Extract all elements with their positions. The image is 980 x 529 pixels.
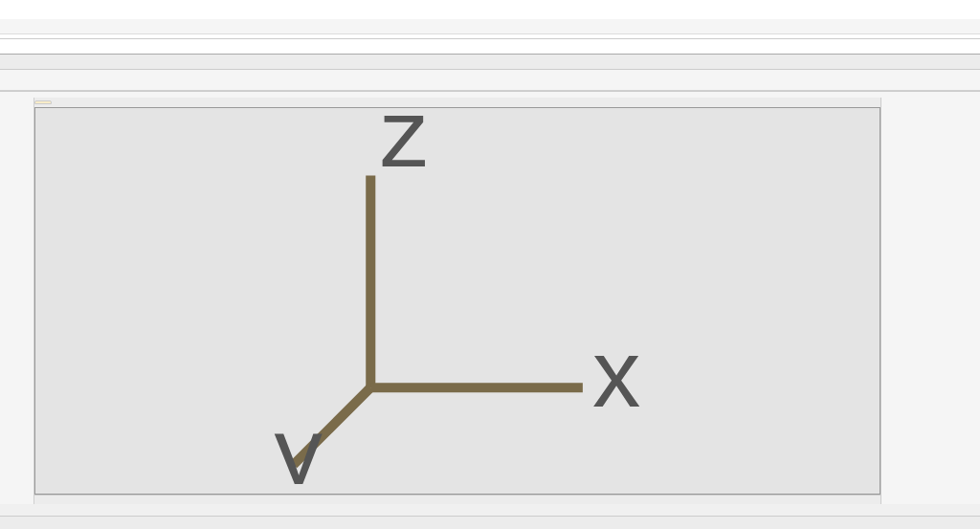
svg-text:z: z	[380, 99, 428, 187]
titlebar	[0, 0, 980, 19]
command-line[interactable]	[0, 39, 980, 55]
main-toolbar	[0, 70, 980, 91]
svg-text:y: y	[275, 397, 323, 484]
viewport-tabs	[34, 495, 880, 504]
tool-tabs	[0, 55, 980, 70]
3d-viewport[interactable]: z x y	[34, 107, 880, 495]
axis-gizmo: z x y	[45, 99, 889, 484]
properties-panel	[880, 98, 980, 504]
left-toolbar	[0, 98, 34, 504]
panel-tabs	[881, 98, 980, 113]
menu-bar	[0, 19, 980, 34]
status-bar	[0, 516, 980, 529]
svg-text:x: x	[592, 320, 640, 427]
command-input[interactable]	[8, 41, 976, 52]
